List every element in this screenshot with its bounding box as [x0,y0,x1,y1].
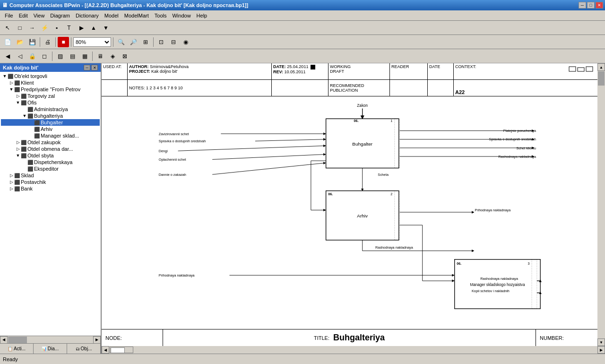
label-rashod2: Rashodnaya nakladnaya [375,245,414,250]
hscroll-right[interactable]: ▶ [597,346,605,354]
toolbar2: 📄 📂 💾 🖨 ■ 50% 75% 80% 100% 125% 150% 200… [0,35,605,49]
tb-publish[interactable]: ⊟ [168,37,179,47]
tb3-6[interactable]: ▤ [67,51,78,61]
tb3-4[interactable]: ◻ [39,51,50,61]
tsep2 [92,52,93,61]
tb-new[interactable]: 📄 [2,37,13,47]
menu-item-window[interactable]: Window [169,12,193,19]
tree-item-admin[interactable]: ⬛ Administraciya [1,106,100,113]
tb3-5[interactable]: ▨ [54,51,66,61]
tree-item-ekspeditor[interactable]: ⬛ Ekspeditor [1,165,100,172]
menu-item-file[interactable]: File [2,12,16,19]
tree-item-obmena[interactable]: ▷ ⬛ Otdel obmena dar... [1,146,100,152]
tb-camera[interactable]: ◉ [180,37,191,47]
panel-close[interactable]: ✕ [91,65,98,70]
hscrollbar-diagram: ◀ ▶ [102,346,605,354]
tree-label: Predpriyatie "From Petrov [21,87,80,92]
tree-item-arhiv[interactable]: ⬛ Arhiv [1,126,100,132]
tool-cursor[interactable]: ↖ [2,23,13,33]
tree-item-predpriyatie[interactable]: ▼ ⬛ Predpriyatie "From Petrov [1,86,100,93]
tree-item-root[interactable]: ▼ ⬛ Ob'ekt torgovli [1,73,100,79]
svg-rect-0 [569,67,576,71]
panel-minimize[interactable]: ─ [84,65,90,70]
tool-text[interactable]: T [63,23,75,33]
tree-label: Postavchik [21,179,46,185]
tab-activities[interactable]: 📋Acti... [0,344,34,354]
leftpanel-tabs: 📋Acti... 📊Dia... 🗂Obj... [0,343,101,354]
tb-zoomout[interactable]: 🔎 [128,37,139,47]
menu-item-modelmart[interactable]: ModelMart [121,12,152,19]
vscrollbar[interactable]: ▲ ▼ [597,63,605,346]
tree-item-zakupok[interactable]: ▷ ⬛ Otdel zakupok [1,139,100,146]
tb-save[interactable]: 💾 [26,37,38,47]
menu-item-help[interactable]: Help [194,12,210,19]
menu-item-view[interactable]: View [31,12,48,19]
lp-hscroll-right[interactable]: ▶ [93,336,101,344]
tb3-7[interactable]: ▦ [79,51,90,61]
sep4 [113,37,113,47]
sep1 [40,37,40,47]
tree-item-postavchik[interactable]: ▷ ⬛ Postavchik [1,179,100,185]
diagram-svg[interactable]: Zakon 06. 1 Buhgalter Zavizirovannii sch… [102,96,597,337]
tool-up-arrow[interactable]: ▲ [88,23,99,33]
tool-arrow[interactable]: → [26,23,38,33]
main-area: Kak doljno bit' ─ ✕ ▼ ⬛ Ob'ekt torgovli … [0,63,605,354]
svg-line-5 [255,139,326,141]
box1-label: Buhgalter [352,141,372,147]
box1-corner: 1 [390,119,392,123]
tool-lightning[interactable]: ⚡ [39,23,50,33]
hscroll-inner [111,347,125,353]
vscroll-down[interactable]: ▼ [597,338,605,346]
tree-item-buhgalteriya[interactable]: ▼ ⬛ Buhgalteriya [1,113,100,119]
tree-label: Klient [21,80,34,86]
zoom-select[interactable]: 50% 75% 80% 100% 125% 150% 200% [73,37,111,47]
minimize-button[interactable]: ─ [579,2,586,9]
vscroll-up[interactable]: ▲ [597,63,605,71]
tree-item-dispetch[interactable]: ⬛ Dispetcherskaya [1,159,100,165]
tb-idef0[interactable]: ⊡ [156,37,167,47]
tb-color[interactable]: ■ [58,37,69,47]
restore-button[interactable]: □ [587,2,595,9]
tree-item-buhgalter[interactable]: ⬛ Buhgalter [1,119,100,126]
tb3-2[interactable]: ◁ [14,51,26,61]
tree-item-bank[interactable]: ▷ ⬛ Bank [1,185,100,192]
tree-item-klient[interactable]: ▷ ⬛ Klient [1,79,100,86]
titlebar: 🖥 Computer Associates BPwin - [(A2.2.2D)… [0,0,605,10]
vscroll-track [597,71,605,338]
tree-label: Otdel obmena dar... [27,146,73,152]
label-spravka2: Spravka o dostupnih sredstvah [489,137,536,141]
label-kopii: Kopii schetov i nakladnih [472,289,510,293]
tool-down-arrow[interactable]: ▼ [100,23,112,33]
hscroll-left[interactable]: ◀ [102,346,109,354]
menu-item-edit[interactable]: Edit [16,12,31,19]
tool-lasso[interactable]: □ [14,23,26,33]
tree-item-torgoviy[interactable]: ▷ ⬛ Torgoviy zal [1,93,100,99]
tab-objects[interactable]: 🗂Obj... [67,344,101,354]
tree-item-ofis[interactable]: ▼ ⬛ Ofis [1,99,100,106]
menu-item-diagram[interactable]: Diagram [47,12,73,19]
tb3-monitor[interactable]: 🖥 [95,51,106,61]
tb-zoomfit[interactable]: ⊞ [140,37,151,47]
tree-item-sklad[interactable]: ▷ ⬛ Sklad [1,172,100,179]
close-button[interactable]: ✕ [596,2,603,9]
tree-item-sbyta[interactable]: ▼ ⬛ Otdel sbyta [1,152,100,159]
tb3-lock[interactable]: 🔒 [26,51,38,61]
tb-zoomin[interactable]: 🔍 [115,37,127,47]
tool-play[interactable]: ▶ [76,23,87,33]
tb3-10[interactable]: ⊠ [119,51,130,61]
tb3-9[interactable]: ◈ [107,51,118,61]
menu-item-tools[interactable]: Tools [152,12,170,19]
tb-open[interactable]: 📂 [14,37,26,47]
diagram-area[interactable]: USED AT: AUTHOR: Smirnova&Petuhova PROJE… [102,63,605,354]
tab-diagram[interactable]: 📊Dia... [34,344,67,354]
tb-print[interactable]: 🖨 [42,37,53,47]
menu-item-dictionary[interactable]: Dictionary [73,12,102,19]
lp-hscroll-left[interactable]: ◀ [0,336,8,344]
tree-item-manager-sklad[interactable]: ⬛ Manager sklad... [1,132,100,139]
tree-panel[interactable]: ▼ ⬛ Ob'ekt torgovli ▷ ⬛ Klient ▼ ⬛ Predp… [0,72,101,336]
date2 [272,80,328,96]
context-diagram [568,66,596,78]
tool-box[interactable]: ▪ [51,23,62,33]
menu-item-model[interactable]: Model [102,12,121,19]
tb3-1[interactable]: ◀ [2,51,13,61]
